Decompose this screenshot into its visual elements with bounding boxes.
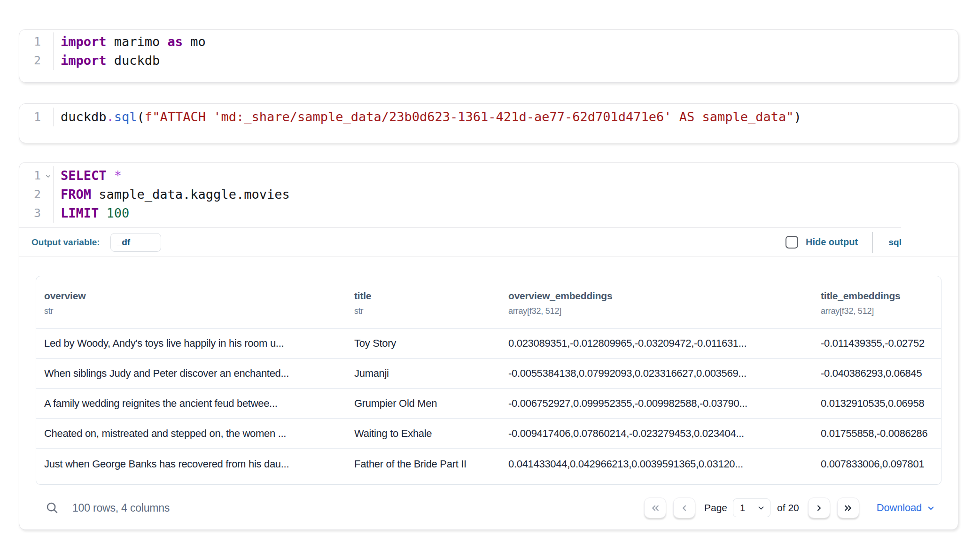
column-name: title_embeddings [821, 290, 937, 302]
chevron-left-icon [679, 503, 690, 513]
table-cell: Toy Story [346, 328, 500, 358]
table-row[interactable]: Cheated on, mistreated and stepped on, t… [36, 419, 941, 449]
double-chevron-right-icon [843, 503, 854, 513]
output-variable-label: Output variable: [31, 237, 100, 248]
code-editor[interactable]: 1import marimo as mo2import duckdb [19, 30, 958, 70]
code-line[interactable]: 2import duckdb [19, 51, 958, 70]
table-cell: -0.0055384138,0.07992093,0.023316627,0.0… [500, 358, 813, 389]
table-row[interactable]: Just when George Banks has recovered fro… [36, 449, 941, 479]
notebook-cell-imports[interactable]: 1import marimo as mo2import duckdb [19, 29, 958, 83]
hide-output-checkbox[interactable] [786, 236, 798, 249]
chevron-down-icon [926, 504, 935, 513]
code-line[interactable]: 1import marimo as mo [19, 32, 958, 51]
code-token: sample_data.kaggle.movies [91, 187, 290, 202]
table-row[interactable]: Led by Woody, Andy's toys live happily i… [36, 328, 941, 358]
column-header-title[interactable]: titlestr [346, 276, 500, 328]
code-token: duckdb [61, 109, 107, 124]
table-cell: Jumanji [346, 358, 500, 389]
page-select[interactable]: 1 [733, 498, 770, 517]
table-cell: Father of the Bride Part II [346, 449, 500, 479]
row-count-summary: 100 rows, 4 columns [72, 502, 170, 514]
table-cell: Led by Woody, Andy's toys live happily i… [36, 328, 346, 358]
next-page-button[interactable] [808, 498, 830, 518]
search-icon[interactable] [45, 501, 59, 515]
download-label: Download [877, 502, 922, 514]
code-line[interactable]: 3LIMIT 100 [19, 204, 958, 223]
table-cell: Waiting to Exhale [346, 419, 500, 449]
code-text: import duckdb [61, 51, 160, 70]
cell-language-label[interactable]: sql [889, 237, 902, 248]
code-token: LIMIT [61, 206, 99, 220]
code-token: SELECT [61, 168, 107, 183]
column-type: array[f32, 512] [508, 306, 809, 316]
code-text: LIMIT 100 [61, 204, 129, 223]
sql-code-editor[interactable]: 1SELECT *2FROM sample_data.kaggle.movies… [19, 163, 958, 227]
table-row[interactable]: A family wedding reignites the ancient f… [36, 389, 941, 419]
page-label: Page [704, 502, 727, 513]
code-token: FROM [61, 187, 91, 202]
pagination: Page 1 of 20 Downlo [644, 498, 935, 518]
code-token: marimo [107, 34, 168, 49]
table-row[interactable]: When siblings Judy and Peter discover an… [36, 358, 941, 389]
fold-chevron-icon[interactable] [45, 173, 52, 180]
line-number: 3 [19, 204, 54, 223]
dataframe-table: overviewstrtitlestroverview_embeddingsar… [36, 276, 941, 479]
line-number: 1 [19, 108, 54, 126]
chevron-right-icon [814, 503, 824, 513]
code-text: duckdb.sql(f"ATTACH 'md:_share/sample_da… [61, 108, 801, 126]
output-variable-input[interactable]: _df [110, 233, 161, 252]
code-line[interactable]: 1SELECT * [19, 166, 958, 185]
first-page-button[interactable] [644, 498, 666, 518]
table-cell: A family wedding reignites the ancient f… [36, 389, 346, 419]
table-cell: Just when George Banks has recovered fro… [36, 449, 346, 479]
output-variable-bar: Output variable: _df Hide output sql [19, 228, 958, 257]
code-text: SELECT * [61, 166, 122, 185]
table-cell: -0.040386293,0.06845 [813, 358, 941, 389]
code-line[interactable]: 1duckdb.sql(f"ATTACH 'md:_share/sample_d… [19, 108, 958, 126]
table-cell: -0.006752927,0.099952355,-0.009982588,-0… [500, 389, 813, 419]
chevron-down-icon [757, 504, 765, 512]
double-chevron-left-icon [650, 503, 661, 513]
download-button[interactable]: Download [877, 502, 935, 514]
column-header-overview[interactable]: overviewstr [36, 276, 346, 328]
column-type: str [354, 306, 497, 316]
code-token: sql [114, 109, 137, 124]
code-token: "ATTACH 'md:_share/sample_data/23b0d623-… [152, 109, 793, 124]
code-token: ) [794, 109, 801, 124]
table-cell: Grumpier Old Men [346, 389, 500, 419]
notebook-cell-attach[interactable]: 1duckdb.sql(f"ATTACH 'md:_share/sample_d… [19, 103, 958, 143]
code-token: import [61, 53, 107, 68]
code-token: mo [183, 34, 206, 49]
table-cell: -0.011439355,-0.02752 [813, 328, 941, 358]
code-text: import marimo as mo [61, 32, 206, 51]
line-number: 1 [19, 166, 54, 185]
column-header-title_embeddings[interactable]: title_embeddingsarray[f32, 512] [813, 276, 941, 328]
table-header-row: overviewstrtitlestroverview_embeddingsar… [36, 276, 941, 328]
code-token: duckdb [107, 53, 160, 68]
code-editor[interactable]: 1duckdb.sql(f"ATTACH 'md:_share/sample_d… [19, 104, 958, 126]
code-token: import [61, 34, 107, 49]
table-cell: 0.0132910535,0.06958 [813, 389, 941, 419]
code-token: f [145, 109, 152, 124]
code-token: . [107, 109, 114, 124]
line-number: 2 [19, 51, 54, 70]
last-page-button[interactable] [837, 498, 859, 518]
notebook-cell-sql[interactable]: 1SELECT *2FROM sample_data.kaggle.movies… [19, 162, 958, 530]
table-body: Led by Woody, Andy's toys live happily i… [36, 328, 941, 479]
column-header-overview_embeddings[interactable]: overview_embeddingsarray[f32, 512] [500, 276, 813, 328]
page-indicator: Page 1 of 20 [704, 498, 799, 517]
hide-output-label[interactable]: Hide output [806, 237, 858, 248]
dataframe-table-container[interactable]: overviewstrtitlestroverview_embeddingsar… [36, 276, 941, 485]
column-type: str [44, 306, 342, 316]
column-type: array[f32, 512] [821, 306, 937, 316]
code-line[interactable]: 2FROM sample_data.kaggle.movies [19, 185, 958, 204]
previous-page-button[interactable] [673, 498, 695, 518]
column-name: overview_embeddings [508, 290, 809, 302]
table-cell: Cheated on, mistreated and stepped on, t… [36, 419, 346, 449]
code-token [99, 206, 106, 220]
page-select-value: 1 [740, 503, 757, 513]
table-cell: 0.007833006,0.097801 [813, 449, 941, 479]
column-name: title [354, 290, 497, 302]
code-token: ( [137, 109, 145, 124]
table-cell: 0.01755858,-0.0086286 [813, 419, 941, 449]
